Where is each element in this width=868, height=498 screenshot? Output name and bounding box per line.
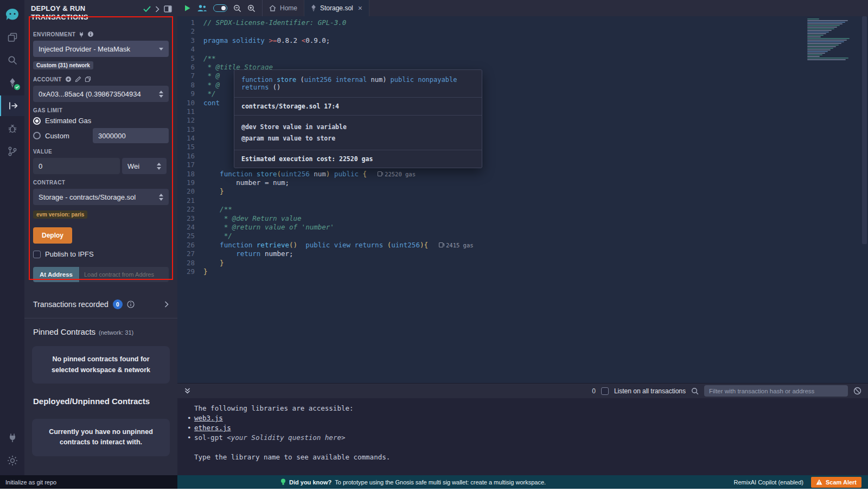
line-number[interactable]: 2 (177, 27, 203, 36)
copilot-status[interactable]: RemixAI Copilot (enabled) (734, 479, 803, 486)
info-icon[interactable] (87, 31, 94, 37)
ipfs-checkbox[interactable] (33, 251, 41, 258)
line-number[interactable]: 12 (177, 116, 203, 125)
block-transactions-icon[interactable] (853, 387, 861, 395)
code-line: 26 function retrieve() public view retur… (177, 241, 868, 250)
compiler-icon[interactable] (0, 73, 24, 93)
bottom-whitespace (0, 489, 868, 498)
close-icon[interactable]: × (358, 4, 362, 12)
gas-icon (439, 242, 443, 247)
tab-storage-sol[interactable]: Storage.sol × (304, 0, 369, 16)
line-number[interactable]: 16 (177, 152, 203, 161)
tab-bar: Home Storage.sol × (177, 0, 868, 16)
line-number[interactable]: 9 (177, 90, 203, 98)
terminal-line: •ethers.js (181, 423, 868, 433)
code-token: { (363, 170, 367, 178)
line-number[interactable]: 13 (177, 125, 203, 134)
line-number[interactable]: 29 (177, 267, 203, 276)
value-input[interactable] (33, 158, 120, 174)
deploy-button[interactable]: Deploy (33, 227, 72, 244)
search-icon[interactable] (0, 50, 24, 71)
contract-select[interactable]: Storage - contracts/Storage.sol (33, 189, 169, 205)
terminal[interactable]: The following libraries are accessible:•… (177, 398, 868, 475)
line-number[interactable]: 27 (177, 250, 203, 258)
terminal-line (181, 443, 868, 452)
line-number[interactable]: 1 (177, 18, 203, 27)
estimated-gas-radio[interactable] (33, 117, 41, 125)
settings-icon[interactable] (0, 450, 24, 471)
line-number[interactable]: 15 (177, 143, 203, 151)
custom-gas-radio[interactable] (33, 132, 41, 139)
panel-layout-icon[interactable] (164, 5, 172, 12)
tab-home[interactable]: Home (263, 0, 304, 16)
line-number[interactable]: 7 (177, 72, 203, 80)
line-number[interactable]: 3 (177, 36, 203, 45)
custom-gas-input[interactable] (93, 128, 169, 143)
info-icon[interactable] (127, 301, 135, 308)
code-editor[interactable]: 1// SPDX-License-Identifier: GPL-3.023pr… (177, 16, 868, 383)
line-number[interactable]: 25 (177, 232, 203, 240)
git-repo-status[interactable]: Initialize as git repo (0, 475, 177, 489)
line-number[interactable]: 20 (177, 187, 203, 196)
zoom-in-icon[interactable] (247, 4, 256, 12)
account-select[interactable]: 0xA03...85ac4 (0.398673504934 (33, 86, 169, 102)
line-number[interactable]: 11 (177, 107, 203, 116)
transaction-filter-input[interactable] (704, 385, 848, 397)
toggle-icon[interactable] (213, 4, 227, 12)
line-number[interactable]: 6 (177, 63, 203, 72)
zoom-out-icon[interactable] (233, 4, 241, 12)
play-icon[interactable] (184, 4, 191, 12)
line-number[interactable]: 21 (177, 196, 203, 205)
line-number[interactable]: 17 (177, 161, 203, 169)
environment-select[interactable]: Injected Provider - MetaMask (33, 41, 169, 57)
estimated-gas-option[interactable]: Estimated Gas (33, 117, 169, 125)
code-token: cont (203, 99, 220, 107)
scam-alert-badge[interactable]: Scam Alert (811, 477, 861, 488)
at-address-button[interactable]: At Address (33, 267, 79, 282)
compiled-check-icon (14, 84, 20, 90)
bullet-icon: • (187, 423, 194, 433)
line-number[interactable]: 5 (177, 54, 203, 63)
line-number[interactable]: 24 (177, 223, 203, 232)
terminal-link[interactable]: ethers.js (194, 423, 231, 433)
evm-version-badge: evm version: paris (33, 210, 87, 219)
chevron-right-icon[interactable] (155, 6, 159, 12)
line-number[interactable]: 23 (177, 214, 203, 223)
line-number[interactable]: 14 (177, 134, 203, 143)
line-number[interactable]: 19 (177, 178, 203, 187)
tooltip-doc-dev: @dev Store value in variable (241, 122, 475, 133)
minimap[interactable] (807, 18, 859, 60)
code-token: uint256 (281, 170, 310, 178)
code-line: 28 } (177, 259, 868, 267)
collapse-terminal-icon[interactable] (184, 387, 191, 394)
plug-icon[interactable] (79, 31, 84, 37)
workspace-icon[interactable] (0, 27, 24, 48)
tooltip-doc-param: @param num value to store (241, 133, 475, 144)
line-number[interactable]: 4 (177, 45, 203, 54)
terminal-link[interactable]: web3.js (194, 413, 223, 423)
at-address-input[interactable] (80, 267, 169, 282)
git-branch-icon[interactable] (0, 141, 24, 162)
edit-icon[interactable] (75, 76, 81, 82)
code-token (297, 241, 305, 249)
copy-icon[interactable] (85, 76, 91, 82)
value-unit-select[interactable]: Wei (122, 158, 167, 174)
publish-ipfs-row[interactable]: Publish to IPFS (33, 250, 169, 258)
line-number[interactable]: 26 (177, 241, 203, 250)
line-number[interactable]: 22 (177, 205, 203, 214)
custom-gas-option[interactable]: Custom (33, 128, 169, 143)
terminal-search-icon[interactable] (691, 387, 699, 395)
add-account-icon[interactable] (65, 76, 72, 82)
debugger-icon[interactable] (0, 118, 24, 139)
deploy-run-icon[interactable] (0, 95, 24, 116)
listen-checkbox[interactable] (601, 387, 609, 395)
plugin-manager-icon[interactable] (0, 427, 24, 448)
line-number[interactable]: 8 (177, 81, 203, 90)
editor-scrollbar[interactable] (862, 16, 867, 244)
line-number[interactable]: 18 (177, 170, 203, 178)
line-number[interactable]: 10 (177, 99, 203, 107)
accounts-icon[interactable] (197, 4, 207, 12)
chevron-right-icon[interactable] (164, 301, 169, 308)
line-number[interactable]: 28 (177, 259, 203, 267)
remix-logo[interactable] (0, 4, 24, 25)
